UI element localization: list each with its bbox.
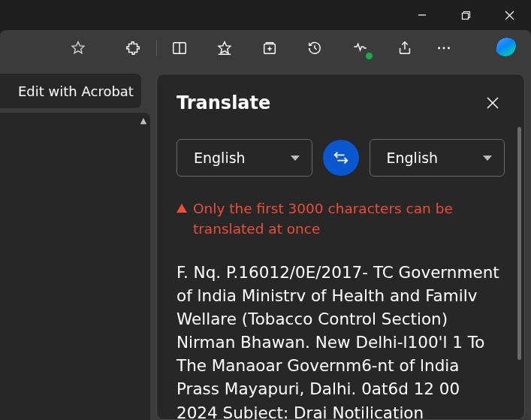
- target-language-select[interactable]: English: [370, 139, 505, 177]
- left-pane: Edit with Acrobat ▲: [0, 66, 150, 420]
- split-screen-button[interactable]: [163, 33, 196, 63]
- svg-line-11: [315, 48, 317, 50]
- share-button[interactable]: [388, 33, 421, 63]
- favorite-star-button[interactable]: [62, 33, 95, 63]
- edit-with-acrobat-button[interactable]: Edit with Acrobat: [0, 74, 141, 108]
- svg-rect-1: [462, 13, 468, 19]
- status-dot-icon: [366, 53, 373, 59]
- more-options-button[interactable]: [427, 33, 460, 63]
- extensions-button[interactable]: [117, 33, 150, 63]
- scroll-up-icon[interactable]: ▲: [138, 116, 149, 126]
- svg-point-13: [443, 47, 445, 50]
- collections-button[interactable]: [253, 33, 286, 63]
- window-minimize-button[interactable]: [400, 0, 444, 30]
- target-language-label: English: [387, 150, 439, 166]
- translate-panel: Translate English English: [156, 74, 525, 420]
- warning-text: Only the first 3000 characters can be tr…: [193, 199, 505, 240]
- chevron-down-icon: [291, 156, 300, 161]
- warning-message: Only the first 3000 characters can be tr…: [157, 184, 524, 244]
- window-titlebar: [0, 0, 531, 30]
- browser-toolbar: [0, 30, 531, 66]
- copilot-icon: [495, 36, 519, 60]
- browser-essentials-button[interactable]: [343, 33, 376, 63]
- chevron-down-icon: [483, 156, 492, 161]
- source-language-select[interactable]: English: [176, 139, 312, 177]
- swap-languages-button[interactable]: [323, 140, 359, 176]
- window-restore-button[interactable]: [444, 0, 487, 30]
- svg-point-12: [438, 47, 440, 50]
- svg-point-14: [448, 47, 450, 50]
- edit-with-acrobat-label: Edit with Acrobat: [18, 83, 134, 99]
- window-close-button[interactable]: [487, 0, 531, 30]
- favorites-button[interactable]: [208, 33, 241, 63]
- panel-title: Translate: [176, 92, 270, 113]
- panel-scrollbar[interactable]: [517, 127, 521, 360]
- translation-source-text: F. Nq. P.16012/0E/2017- TC Government of…: [157, 244, 524, 420]
- toolbar-divider: [156, 40, 157, 56]
- copilot-button[interactable]: [490, 33, 523, 63]
- source-language-label: English: [194, 150, 246, 166]
- warning-icon: [176, 204, 187, 213]
- panel-close-button[interactable]: [481, 91, 505, 115]
- history-button[interactable]: [298, 33, 331, 63]
- pdf-viewer-area[interactable]: ▲: [0, 113, 150, 420]
